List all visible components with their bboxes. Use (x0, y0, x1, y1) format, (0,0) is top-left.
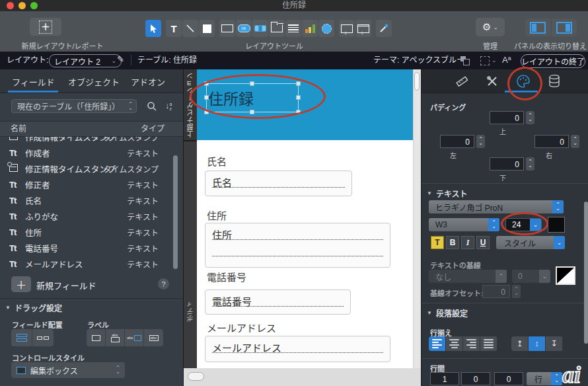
align-justify-button[interactable] (480, 336, 497, 351)
new-layout-button[interactable]: ＋ (30, 18, 61, 36)
canvas-hscroll-thumb[interactable] (188, 372, 204, 381)
minimize-icon[interactable] (18, 2, 26, 9)
padding-right-input[interactable] (534, 135, 569, 148)
sort-az-icon[interactable]: ↓ az (165, 100, 172, 111)
valign-middle-button[interactable]: ↕ (529, 336, 546, 351)
tab-control-tool-button[interactable] (269, 20, 285, 37)
field-row[interactable]: Tt作成者テキスト (0, 145, 183, 161)
rectangle-tool-button[interactable] (199, 20, 215, 37)
page-body[interactable]: 氏名氏名住所住所電話番号電話番号メールアドレスメールアドレス (197, 140, 413, 368)
underline-button[interactable]: U (476, 236, 490, 249)
part-body[interactable]: ボディ (184, 141, 197, 368)
layout-select[interactable]: レイアウト 2 ⌄ (49, 54, 122, 67)
align-right-button[interactable] (463, 336, 480, 351)
pencil-icon[interactable]: ✎ (117, 54, 124, 64)
exit-layout-button[interactable]: レイアウトの終了 (521, 54, 585, 68)
font-family-select[interactable]: ヒラギノ角ゴ ProN ⌃⌄ (429, 200, 564, 213)
align-left-button[interactable] (429, 336, 446, 351)
tab-addons[interactable]: アドオン (131, 75, 165, 88)
left-panel-toggle-button[interactable] (525, 19, 550, 36)
field-row[interactable]: Tt電話番号テキスト (0, 240, 183, 256)
label-above-button[interactable]: abc (106, 329, 125, 346)
label-left-button[interactable]: abc (125, 329, 144, 346)
field-row[interactable]: Tt住所テキスト (0, 224, 183, 240)
drag-settings-header[interactable]: ▼ ドラッグ設定 (5, 302, 62, 313)
control-style-select[interactable]: 編集ボックス ⌃⌄ (11, 362, 125, 378)
padding-bottom-input[interactable] (490, 157, 524, 171)
web-viewer-tool-button[interactable] (318, 20, 334, 37)
add-field-button[interactable]: ＋ (11, 276, 31, 292)
styles-tab-tools-icon[interactable] (486, 75, 499, 88)
italic-button[interactable]: I (461, 236, 474, 249)
tab-objects[interactable]: オブジェクト (68, 75, 120, 88)
canvas-vscrollbar[interactable] (413, 69, 421, 368)
font-weight-select[interactable]: W3 ⌃⌄ (429, 218, 499, 231)
text-color-swatch[interactable] (548, 217, 565, 233)
search-icon[interactable] (147, 101, 157, 112)
chart-tool-button[interactable] (302, 20, 318, 37)
field-row[interactable]: Ttメールアドレステキスト (0, 256, 183, 272)
padding-left-input[interactable] (440, 135, 474, 148)
space-before-input[interactable] (461, 372, 490, 385)
tab-fields[interactable]: フィールド (12, 75, 55, 88)
chevron-down-icon[interactable]: ⌄ (492, 57, 497, 63)
stepper-icon[interactable]: ⌃⌄ (512, 285, 521, 298)
format-painter-button[interactable] (376, 20, 392, 37)
label-none-button[interactable] (87, 329, 106, 346)
text-highlight-button[interactable]: T (431, 236, 444, 249)
style-select[interactable]: スタイル ⌄ (496, 236, 565, 249)
field-list-scrollbar[interactable] (173, 155, 178, 269)
field-row[interactable]: Tt氏名テキスト (0, 192, 183, 208)
stepper-icon[interactable]: ⌃⌄ (526, 111, 534, 124)
field-box[interactable]: メールアドレス (205, 336, 390, 362)
paragraph-section-header[interactable]: ▼ 段落設定 (427, 307, 468, 319)
table-selector[interactable]: 現在のテーブル（「住所録」） ⌃⌄ (11, 99, 137, 113)
field-box[interactable]: 氏名 (205, 171, 352, 196)
baseline-size-combo[interactable]: 0 ⌄ (512, 270, 550, 283)
field-label[interactable]: 氏名 (207, 154, 227, 168)
text-tool-button[interactable]: T (166, 20, 182, 37)
field-row[interactable]: 修正情報タイムスタンプタイムスタンプ (0, 161, 183, 176)
close-icon[interactable] (7, 2, 14, 9)
field-label[interactable]: 電話番号 (207, 270, 246, 284)
valign-top-button[interactable]: ↥ (511, 336, 529, 351)
inspector-scrollbar[interactable] (584, 202, 588, 344)
arrange-vertical-button[interactable] (11, 329, 32, 346)
stepper-icon[interactable]: ⌃⌄ (476, 135, 485, 148)
baseline-color-swatch[interactable] (556, 266, 575, 285)
label-inside-button[interactable]: abc (144, 329, 163, 346)
canvas-vscroll-thumb[interactable] (414, 72, 420, 91)
object-window-button[interactable]: ↓ (355, 20, 371, 37)
field-label[interactable]: 住所 (207, 208, 227, 222)
field-picker-button[interactable]: ↓ (339, 20, 355, 37)
padding-top-input[interactable] (490, 111, 524, 124)
zoom-icon[interactable] (30, 2, 38, 9)
bold-button[interactable]: B (446, 236, 459, 249)
button-bar-tool-button[interactable] (252, 20, 268, 37)
spacing-unit-select[interactable]: 行 ⌃⌄ (527, 372, 562, 385)
baseline-offset-input[interactable] (482, 285, 510, 298)
canvas-hscrollbar[interactable] (184, 368, 421, 386)
text-section-header[interactable]: ▼ テキスト (427, 188, 468, 199)
stepper-icon[interactable]: ⌃⌄ (571, 135, 579, 148)
manage-button[interactable]: ⚙ ⌄ (476, 18, 505, 36)
field-label[interactable]: メールアドレス (207, 321, 276, 334)
line-height-input[interactable] (430, 372, 459, 385)
right-panel-toggle-button[interactable] (552, 19, 577, 36)
align-center-button[interactable] (446, 336, 463, 351)
field-row[interactable]: 作成情報タイムスタンプタイムスタンプ (0, 137, 183, 145)
valign-bottom-button[interactable]: ↧ (546, 336, 563, 351)
dotted-selection-icon[interactable] (480, 56, 490, 65)
field-row[interactable]: Ttふりがなテキスト (0, 208, 183, 224)
stepper-icon[interactable]: ⌃⌄ (526, 157, 534, 171)
pointer-tool-button[interactable] (145, 20, 161, 37)
space-after-input[interactable] (494, 372, 523, 385)
field-box[interactable]: 電話番号 (205, 290, 351, 315)
theme-grid-icon[interactable] (460, 56, 470, 64)
baseline-select[interactable]: なし ⌃ (429, 270, 507, 283)
field-tool-button[interactable] (219, 20, 235, 37)
arrange-horizontal-button[interactable] (32, 329, 54, 346)
font-size-icon[interactable]: Aª (502, 55, 511, 65)
portal-tool-button[interactable] (285, 20, 301, 37)
button-tool-button[interactable]: OK (236, 20, 252, 37)
